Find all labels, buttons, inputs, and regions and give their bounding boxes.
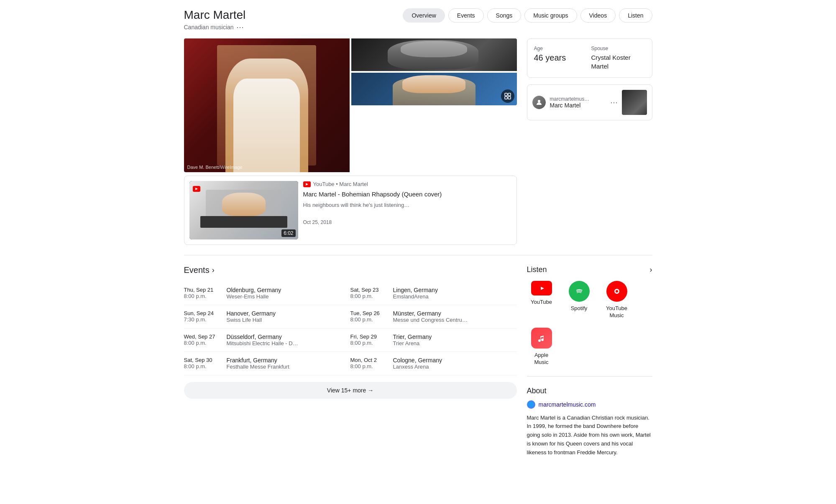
events-title: Events: [184, 265, 210, 275]
youtube-music-icon: [606, 281, 627, 302]
photo-right: [351, 38, 517, 105]
video-yt-badge: ▶: [193, 184, 200, 192]
event-date: Sun, Sep 24 7:30 p.m.: [184, 310, 222, 323]
list-item: Sat, Sep 30 8:00 p.m. Frankfurt, Germany…: [184, 352, 350, 375]
svg-rect-0: [505, 93, 507, 96]
social-avatar: [532, 96, 546, 109]
youtube-label: YouTube: [531, 299, 552, 306]
events-section: Events › Thu, Sep 21 8:00 p.m. Oldenburg…: [184, 265, 517, 457]
social-name: Marc Martel: [550, 102, 606, 109]
about-website[interactable]: 🌐 marcmartelmusic.com: [527, 400, 652, 409]
video-source: ▶ YouTube • Marc Martel: [303, 181, 506, 187]
about-section: About 🌐 marcmartelmusic.com Marc Martel …: [527, 387, 652, 457]
listen-about-panel: Listen › YouTube: [527, 265, 652, 457]
listen-youtube-music[interactable]: YouTube Music: [602, 281, 631, 319]
video-card[interactable]: 6:02 ▶ ▶ YouTube • Marc Martel Marc Mart…: [184, 176, 517, 245]
event-date: Tue, Sep 26 8:00 p.m.: [350, 310, 388, 323]
spouse-info: Spouse Crystal Koster Martel: [591, 46, 645, 71]
spotify-icon: [569, 281, 590, 302]
view-more-button[interactable]: View 15+ more →: [184, 382, 517, 399]
age-label: Age: [534, 46, 588, 51]
age-value: 46 years: [534, 53, 588, 63]
svg-rect-1: [508, 93, 511, 96]
svg-rect-2: [505, 97, 507, 99]
about-title: About: [527, 387, 652, 395]
svg-point-10: [616, 290, 618, 293]
video-description: His neighbours will think he's just list…: [303, 201, 506, 209]
info-card: Age 46 years Spouse Crystal Koster Marte…: [527, 38, 652, 78]
right-panel: Age 46 years Spouse Crystal Koster Marte…: [527, 38, 652, 245]
apple-music-icon: [531, 328, 552, 349]
globe-icon: 🌐: [527, 400, 535, 409]
section-divider: [184, 255, 652, 255]
spouse-label: Spouse: [591, 46, 645, 51]
listen-title: Listen: [527, 265, 547, 274]
listen-apple-music[interactable]: Apple Music: [527, 328, 556, 366]
social-more-button[interactable]: ⋯: [610, 98, 618, 107]
website-link[interactable]: marcmartelmusic.com: [539, 401, 596, 408]
event-date: Sat, Sep 30 8:00 p.m.: [184, 357, 222, 370]
photo-top-right[interactable]: [351, 38, 517, 71]
age-info: Age 46 years: [534, 46, 588, 71]
expand-photos-button[interactable]: [501, 89, 514, 103]
photo-grid: Dave M. Benett/WireImage: [184, 38, 517, 172]
tab-music-groups[interactable]: Music groups: [524, 8, 577, 23]
event-date: Sat, Sep 23 8:00 p.m.: [350, 287, 388, 300]
photo-main[interactable]: Dave M. Benett/WireImage: [184, 38, 350, 172]
tab-videos[interactable]: Videos: [580, 8, 616, 23]
spotify-label: Spotify: [571, 305, 588, 312]
event-date: Thu, Sep 21 8:00 p.m.: [184, 287, 222, 300]
list-item: Sun, Sep 24 7:30 p.m. Hanover, Germany S…: [184, 305, 350, 328]
list-item: Sat, Sep 23 8:00 p.m. Lingen, Germany Em…: [350, 282, 517, 305]
more-options-button[interactable]: ⋯: [236, 23, 244, 32]
video-info: ▶ YouTube • Marc Martel Marc Martel - Bo…: [298, 181, 511, 239]
events-arrow[interactable]: ›: [212, 266, 215, 275]
list-item: Wed, Sep 27 8:00 p.m. Düsseldorf, German…: [184, 328, 350, 352]
events-grid: Thu, Sep 21 8:00 p.m. Oldenburg, Germany…: [184, 282, 517, 375]
youtube-icon-small: ▶: [303, 181, 311, 187]
listen-youtube[interactable]: YouTube: [527, 281, 556, 306]
youtube-icon: [531, 281, 552, 295]
event-date: Mon, Oct 2 8:00 p.m.: [350, 357, 388, 370]
svg-rect-3: [508, 97, 511, 99]
social-info: marcmartelmus… Marc Martel: [550, 96, 606, 109]
photo-credit: Dave M. Benett/WireImage: [187, 165, 243, 170]
video-date: Oct 25, 2018: [303, 219, 506, 225]
list-item: Fri, Sep 29 8:00 p.m. Trier, Germany Tri…: [350, 328, 517, 352]
svg-point-4: [538, 100, 540, 102]
tab-listen[interactable]: Listen: [619, 8, 652, 23]
list-item: Tue, Sep 26 8:00 p.m. Münster, Germany M…: [350, 305, 517, 328]
tab-songs[interactable]: Songs: [487, 8, 522, 23]
social-handle: marcmartelmus…: [550, 96, 606, 102]
about-description: Marc Martel is a Canadian Christian rock…: [527, 414, 652, 457]
tab-overview[interactable]: Overview: [403, 8, 445, 23]
event-date: Wed, Sep 27 8:00 p.m.: [184, 333, 222, 346]
artist-name: Marc Martel: [184, 8, 246, 22]
listen-divider: [527, 376, 652, 377]
listen-icons: YouTube Spotify: [527, 281, 652, 366]
listen-spotify[interactable]: Spotify: [565, 281, 594, 312]
spouse-value: Crystal Koster Martel: [591, 53, 645, 71]
video-title: Marc Martel - Bohemian Rhapsody (Queen c…: [303, 190, 506, 199]
social-thumbnail: [622, 90, 647, 115]
artist-subtitle: Canadian musician: [184, 24, 234, 31]
social-card[interactable]: marcmartelmus… Marc Martel ⋯: [527, 84, 652, 120]
listen-arrow[interactable]: ›: [650, 265, 652, 274]
nav-tabs: Overview Events Songs Music groups Video…: [403, 8, 652, 23]
tab-events[interactable]: Events: [448, 8, 484, 23]
list-item: Thu, Sep 21 8:00 p.m. Oldenburg, Germany…: [184, 282, 350, 305]
video-duration: 6:02: [281, 229, 295, 237]
apple-music-label: Apple Music: [527, 352, 556, 366]
event-date: Fri, Sep 29 8:00 p.m.: [350, 333, 388, 346]
photo-bottom-right[interactable]: [351, 73, 517, 105]
svg-point-7: [574, 286, 585, 297]
listen-section: Listen › YouTube: [527, 265, 652, 366]
list-item: Mon, Oct 2 8:00 p.m. Cologne, Germany La…: [350, 352, 517, 375]
video-thumbnail[interactable]: 6:02 ▶: [189, 181, 298, 239]
youtube-music-label: YouTube Music: [602, 305, 631, 319]
